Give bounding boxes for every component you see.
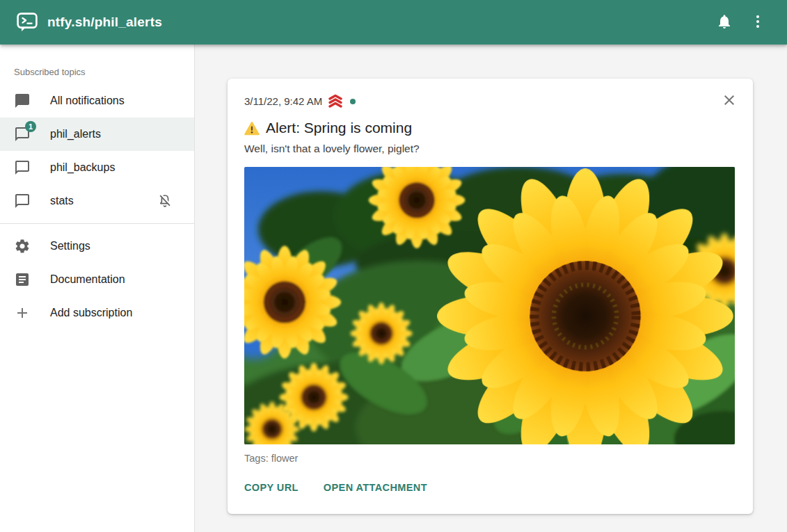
bell-icon <box>716 13 733 32</box>
open-attachment-button[interactable]: OPEN ATTACHMENT <box>318 476 433 499</box>
warning-emoji-icon <box>244 121 260 135</box>
chat-bubble-outline-icon <box>14 193 31 209</box>
attachment-image-sunflowers[interactable] <box>244 167 735 444</box>
ntfy-logo-icon <box>17 13 38 32</box>
sidebar-item-all-notifications[interactable]: All notifications <box>0 84 194 118</box>
appbar-title: ntfy.sh/phil_alerts <box>47 15 162 30</box>
main-content: 3/11/22, 9:42 AM <box>195 45 787 532</box>
appbar: ntfy.sh/phil_alerts <box>0 0 787 45</box>
sidebar-item-label: phil_backups <box>50 161 183 174</box>
notification-title-row: Alert: Spring is coming <box>244 118 736 138</box>
sidebar-item-label: Documentation <box>50 273 183 286</box>
chat-bubble-outline-icon <box>14 159 31 176</box>
gear-icon <box>14 238 31 255</box>
subscribed-topics-label: Subscribed topics <box>0 58 194 84</box>
notification-body: Well, isn't that a lovely flower, piglet… <box>244 141 736 156</box>
sidebar-item-stats[interactable]: stats <box>0 184 194 218</box>
sidebar-item-phil-alerts[interactable]: 1 phil_alerts <box>0 118 194 151</box>
tags-text: Tags: flower <box>244 453 736 464</box>
sidebar-item-documentation[interactable]: Documentation <box>0 263 194 296</box>
ntfy-app-window: ntfy.sh/phil_alerts Subscribed topics <box>0 0 787 532</box>
notification-actions: COPY URL OPEN ATTACHMENT <box>244 476 736 503</box>
sidebar-item-label: phil_alerts <box>50 128 183 140</box>
sidebar-item-add-subscription[interactable]: Add subscription <box>0 296 194 330</box>
sidebar-divider <box>0 223 194 224</box>
unread-count-badge: 1 <box>25 121 36 132</box>
article-icon <box>14 271 31 288</box>
chat-bubble-outline-icon: 1 <box>14 126 31 143</box>
priority-max-icon <box>328 95 343 108</box>
kebab-menu-icon <box>749 13 766 32</box>
notification-title: Alert: Spring is coming <box>266 118 412 138</box>
bell-off-icon <box>157 193 173 209</box>
close-icon <box>721 92 738 111</box>
sidebar-item-label: Add subscription <box>50 307 183 319</box>
sidebar-item-label: stats <box>50 195 157 207</box>
close-notification-button[interactable] <box>717 88 742 113</box>
notification-timestamp: 3/11/22, 9:42 AM <box>244 95 322 107</box>
overflow-menu-button[interactable] <box>744 8 772 36</box>
sidebar-item-label: All notifications <box>50 95 183 107</box>
plus-icon <box>14 305 31 321</box>
chat-bubble-filled-icon <box>14 92 31 109</box>
sidebar-item-phil-backups[interactable]: phil_backups <box>0 151 194 184</box>
sidebar-item-settings[interactable]: Settings <box>0 229 194 263</box>
unread-dot-icon <box>350 99 356 104</box>
notifications-button[interactable] <box>710 8 738 36</box>
copy-url-button[interactable]: COPY URL <box>239 476 304 499</box>
sidebar: Subscribed topics All notifications 1 ph… <box>0 45 195 532</box>
notification-meta: 3/11/22, 9:42 AM <box>244 92 356 108</box>
notification-header: 3/11/22, 9:42 AM <box>244 92 736 113</box>
sidebar-item-label: Settings <box>50 240 183 252</box>
notification-card: 3/11/22, 9:42 AM <box>228 79 753 514</box>
app-shell: Subscribed topics All notifications 1 ph… <box>0 45 787 532</box>
